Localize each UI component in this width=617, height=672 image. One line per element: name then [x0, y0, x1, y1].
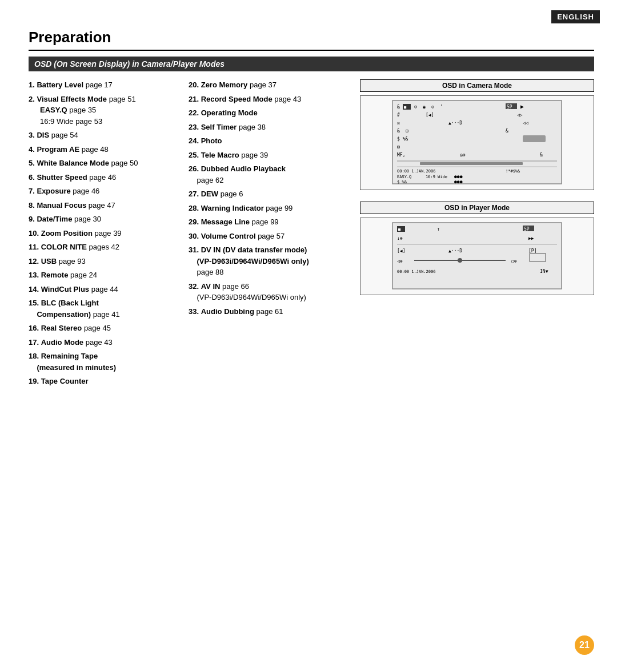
osd-camera-display: & ■ ☺ ◉ ⊙ ' SP ▶ # [◀] ◁▷: [360, 95, 594, 190]
svg-text:[◀]: [◀]: [426, 112, 434, 118]
left-column: 1. Battery Level page 17 2. Visual Effec…: [29, 79, 177, 390]
osd-player-svg: ■ ↑ SP ↓⊕ ▶▶ [◀] ▲···D: [364, 222, 590, 290]
right-column: OSD in Camera Mode & ■ ☺ ◉ ⊙ ': [360, 79, 594, 390]
list-item: 5. White Balance Mode page 50: [29, 158, 177, 169]
svg-text:☒: ☒: [397, 120, 400, 126]
svg-text:●●●: ●●●: [454, 179, 463, 184]
osd-player-title: OSD in Player Mode: [360, 202, 594, 214]
svg-text:SP: SP: [507, 104, 512, 110]
list-item: 14. WindCut Plus page 44: [29, 284, 177, 295]
list-item: 19. Tape Counter: [29, 376, 177, 387]
list-item: 10. Zoom Position page 39: [29, 228, 177, 239]
list-item: 2. Visual Effects Mode page 51 EASY.Q pa…: [29, 94, 177, 127]
svg-text:$ %&: $ %&: [397, 136, 408, 142]
list-item: 30. Volume Control page 57: [189, 231, 348, 242]
svg-text:$ %&: $ %&: [397, 180, 407, 184]
svg-text:16:9 Wide: 16:9 Wide: [426, 175, 447, 179]
svg-text:↓⊕: ↓⊕: [397, 236, 403, 241]
list-item: 12. USB page 93: [29, 256, 177, 267]
svg-text:●●●: ●●●: [454, 174, 463, 179]
left-item-list: 1. Battery Level page 17 2. Visual Effec…: [29, 79, 177, 387]
list-item: 11. COLOR NITE pages 42: [29, 242, 177, 253]
svg-text:◁⊕: ◁⊕: [397, 259, 403, 264]
svg-point-51: [458, 258, 462, 263]
svg-rect-27: [420, 162, 523, 165]
svg-text:!*#$%&: !*#$%&: [506, 169, 520, 174]
page-number-badge: 21: [575, 635, 594, 655]
list-item: 29. Message Line page 99: [189, 216, 348, 228]
svg-text:[P]: [P]: [528, 248, 536, 253]
list-item: 24. Photo: [189, 135, 348, 147]
list-item: 4. Program AE page 48: [29, 144, 177, 155]
middle-column: 20. Zero Memory page 37 21. Record Speed…: [189, 79, 348, 390]
svg-text:○⊕: ○⊕: [511, 259, 517, 264]
svg-text:00:00  1.JAN.2006: 00:00 1.JAN.2006: [397, 269, 435, 274]
svg-text:&: &: [397, 128, 400, 134]
list-item: 13. Remote page 24: [29, 269, 177, 281]
svg-text:&: &: [540, 152, 543, 158]
svg-text:◎⊕: ◎⊕: [460, 152, 466, 158]
list-item: 6. Shutter Speed page 46: [29, 172, 177, 183]
svg-text:◉: ◉: [423, 104, 426, 110]
list-item: 16. Real Stereo page 45: [29, 323, 177, 334]
svg-text:EASY.Q: EASY.Q: [397, 175, 411, 179]
list-item: 22. Operating Mode: [189, 107, 348, 119]
svg-text:⊞: ⊞: [406, 128, 408, 134]
svg-text:SP: SP: [524, 227, 530, 232]
svg-text:00:00  1.JAN.2006: 00:00 1.JAN.2006: [397, 169, 435, 174]
list-item: 27. DEW page 6: [189, 188, 348, 200]
page-content: Preparation OSD (On Screen Display) in C…: [0, 0, 617, 413]
osd-camera-svg: & ■ ☺ ◉ ⊙ ' SP ▶ # [◀] ◁▷: [364, 99, 590, 185]
osd-camera-section: OSD in Camera Mode & ■ ☺ ◉ ⊙ ': [360, 79, 594, 190]
svg-text:▲···D: ▲···D: [448, 248, 462, 253]
list-item: 28. Warning Indicator page 99: [189, 203, 348, 214]
list-item: 18. Remaining Tape (measured in minutes): [29, 351, 177, 373]
svg-text:&: &: [397, 104, 400, 110]
osd-player-display: ■ ↑ SP ↓⊕ ▶▶ [◀] ▲···D: [360, 218, 594, 295]
osd-player-section: OSD in Player Mode ■ ↑ SP ↓⊕ ▶▶: [360, 202, 594, 295]
svg-text:☺: ☺: [414, 104, 417, 110]
svg-text:◁◁: ◁◁: [523, 120, 528, 126]
list-item: 7. Exposure page 46: [29, 186, 177, 197]
svg-text:↑: ↑: [437, 227, 440, 232]
list-item: 3. DIS page 54: [29, 130, 177, 141]
page-title: Preparation: [29, 29, 594, 51]
list-item: 26. Dubbed Audio Playback page 62: [189, 163, 348, 186]
osd-camera-title: OSD in Camera Mode: [360, 79, 594, 92]
list-item: 8. Manual Focus page 47: [29, 200, 177, 211]
svg-text:⊙: ⊙: [431, 104, 434, 110]
svg-text:IN▼: IN▼: [540, 269, 548, 274]
list-item: 32. AV IN page 66 (VP-D963i/D964Wi/D965W…: [189, 281, 348, 303]
svg-text:▶: ▶: [520, 103, 524, 110]
list-item: 21. Record Speed Mode page 43: [189, 94, 348, 105]
svg-text:MF,: MF,: [397, 152, 405, 158]
list-item: 9. Date/Time page 30: [29, 214, 177, 225]
list-item: 20. Zero Memory page 37: [189, 79, 348, 91]
list-item: 15. BLC (Back Light Compensation) page 4…: [29, 297, 177, 320]
svg-text:#: #: [397, 112, 400, 118]
list-item: 33. Audio Dubbing page 61: [189, 306, 348, 317]
svg-text:[◀]: [◀]: [397, 248, 405, 253]
english-badge: ENGLISH: [551, 10, 600, 23]
svg-rect-21: [523, 135, 546, 142]
svg-text:▶▶: ▶▶: [528, 236, 534, 241]
list-item: 1. Battery Level page 17: [29, 79, 177, 91]
list-item: 25. Tele Macro page 39: [189, 150, 348, 161]
svg-text:⊠: ⊠: [397, 144, 400, 150]
list-item: 23. Self Timer page 38: [189, 122, 348, 133]
svg-text:&: &: [506, 128, 508, 134]
main-layout: 1. Battery Level page 17 2. Visual Effec…: [29, 79, 594, 390]
svg-text:◁▷: ◁▷: [517, 112, 523, 118]
list-item: 31. DV IN (DV data transfer mode) (VP-D9…: [189, 244, 348, 278]
svg-text:▲···D: ▲···D: [448, 120, 462, 126]
list-item: 17. Audio Mode page 43: [29, 337, 177, 348]
middle-item-list: 20. Zero Memory page 37 21. Record Speed…: [189, 79, 348, 317]
section-header: OSD (On Screen Display) in Camera/Player…: [29, 57, 594, 71]
svg-rect-36: [392, 223, 562, 289]
svg-text:': ': [440, 104, 443, 110]
